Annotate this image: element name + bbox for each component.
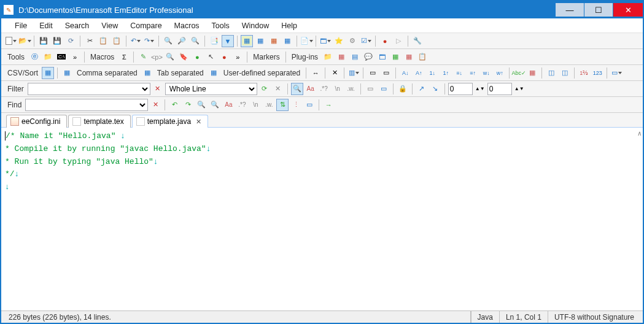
comma-icon[interactable]: ▦ (61, 67, 73, 79)
plugin3-icon[interactable]: ▤ (349, 51, 361, 63)
filter-word-icon[interactable]: .w. (345, 83, 357, 95)
sort-za-icon[interactable]: A↑ (413, 67, 425, 79)
scroll-up-icon[interactable]: ∧ (637, 129, 642, 140)
find-count-icon[interactable]: ⋮ (290, 99, 302, 111)
zoom-in-icon[interactable]: 🔍 (162, 35, 174, 47)
editor-area[interactable]: ∧ /* Name it "Hello.java" ↓ * Compile it… (1, 128, 643, 310)
csv-tool1-icon[interactable]: ↔ (309, 67, 322, 79)
macro-p-icon[interactable]: <p> (150, 51, 163, 63)
save-icon[interactable]: 💾 (37, 35, 50, 47)
help-tool-icon[interactable]: 🔧 (411, 35, 424, 47)
tab-icon[interactable]: ▦ (141, 67, 153, 79)
number-icon[interactable]: 1⅔ (578, 67, 590, 79)
columns-icon[interactable]: ▥ (347, 67, 360, 79)
undo-icon[interactable]: ↶ (130, 35, 142, 47)
find-wrap-icon[interactable]: ⇅ (276, 99, 289, 111)
csv-tool2-icon[interactable]: ✕ (328, 67, 341, 79)
sort-num-desc-icon[interactable]: 1↑ (440, 67, 452, 79)
filter-lock-icon[interactable]: 🔒 (397, 83, 409, 95)
find-regex-icon[interactable]: .*? (236, 99, 248, 111)
filter-close-icon[interactable]: ✕ (152, 83, 164, 95)
filter-scope-select[interactable]: Whole Line (165, 83, 257, 95)
cmd-icon[interactable]: C:\ (55, 51, 68, 63)
filter-above-input[interactable] (448, 83, 473, 95)
view-mode2-icon[interactable]: ▦ (254, 35, 266, 47)
macro-record2-icon[interactable]: ● (218, 51, 230, 63)
filter-toggle-icon[interactable]: ▼ (222, 35, 234, 47)
plugin4-icon[interactable]: 💬 (362, 51, 374, 63)
tab-eeconfig[interactable]: eeConfig.ini (6, 115, 67, 128)
col-left-icon[interactable]: ▭ (367, 67, 379, 79)
filter-bookmark-icon[interactable]: ▭ (378, 83, 390, 95)
menu-window[interactable]: Window (236, 20, 275, 32)
explorer-icon[interactable]: 📁 (42, 51, 54, 63)
csv-normal-icon[interactable]: ▦ (42, 67, 54, 79)
find-prev-icon[interactable]: ↶ (168, 99, 180, 111)
find-highlight-icon[interactable]: 🔍 (195, 99, 208, 111)
bookmark-icon[interactable]: 📑 (208, 35, 220, 47)
minimize-button[interactable]: — (556, 3, 584, 17)
plugin2-icon[interactable]: ▦ (335, 51, 347, 63)
find-escape-icon[interactable]: \n (249, 99, 262, 111)
number2-icon[interactable]: 123 (591, 67, 603, 79)
menu-edit[interactable]: Edit (33, 20, 59, 32)
tab-label[interactable]: Tab separated (155, 69, 206, 77)
dedup-icon[interactable]: ▦ (526, 67, 538, 79)
properties-icon[interactable]: 📄 (300, 35, 312, 47)
col-right-icon[interactable]: ▭ (380, 67, 392, 79)
tab-template-tex[interactable]: template.tex (68, 115, 130, 128)
find-next-icon[interactable]: ↷ (182, 99, 194, 111)
window-icon[interactable]: 🗔 (319, 35, 332, 47)
zoom-out-icon[interactable]: 🔎 (176, 35, 188, 47)
filter-escape-icon[interactable]: \n (332, 83, 344, 95)
find-advanced-icon[interactable]: ▭ (303, 99, 316, 111)
find-input[interactable] (25, 99, 148, 111)
plugin5-icon[interactable]: 🗔 (376, 51, 388, 63)
filter-input[interactable] (28, 83, 150, 95)
sort-num-asc-icon[interactable]: 1↓ (426, 67, 438, 79)
maximize-button[interactable]: ☐ (584, 3, 613, 17)
find-close-icon[interactable]: ✕ (149, 99, 161, 111)
tools-overflow-icon[interactable]: » (69, 51, 81, 63)
sort-az-icon[interactable]: A↓ (399, 67, 411, 79)
view-mode1-icon[interactable]: ▦ (241, 35, 253, 47)
plugin6-icon[interactable]: ▦ (389, 51, 402, 63)
play-macro-icon[interactable]: ▷ (392, 35, 405, 47)
menu-search[interactable]: Search (59, 20, 96, 32)
tab-close-icon[interactable]: ✕ (193, 118, 201, 126)
cut-icon[interactable]: ✂ (83, 35, 96, 47)
macro-search-icon[interactable]: 🔍 (164, 51, 176, 63)
macro-run-icon[interactable]: ● (191, 51, 203, 63)
new-file-icon[interactable] (5, 35, 17, 47)
comma-label[interactable]: Comma separated (74, 69, 140, 77)
status-language[interactable]: Java (471, 311, 499, 323)
macros-overflow-icon[interactable]: » (231, 51, 244, 63)
macro-cursor-icon[interactable]: ↖ (204, 51, 217, 63)
filter-negative-icon[interactable]: ▭ (364, 83, 376, 95)
filter-spin2-icon[interactable]: ▲▼ (513, 83, 526, 95)
status-encoding[interactable]: UTF-8 without Signature (548, 311, 640, 323)
find-case-icon[interactable]: Aa (222, 99, 235, 111)
view-mode4-icon[interactable]: ▦ (281, 35, 293, 47)
view-mode3-icon[interactable]: ▦ (268, 35, 280, 47)
paste-icon[interactable]: 📋 (111, 35, 123, 47)
spell-icon[interactable]: Abc✓ (513, 67, 525, 79)
plugin1-icon[interactable]: 📁 (322, 51, 334, 63)
filter-find-icon[interactable]: 🔍 (291, 83, 303, 95)
user-label[interactable]: User-defined separated (221, 69, 303, 77)
reload-icon[interactable]: ⟳ (64, 35, 77, 47)
filter-refresh-icon[interactable]: ⟳ (258, 83, 271, 95)
heading-icon[interactable]: ▭ (610, 67, 623, 79)
settings-icon[interactable]: ⚙ (346, 35, 359, 47)
sort-word-desc-icon[interactable]: w↑ (494, 67, 506, 79)
record-macro-icon[interactable]: ● (379, 35, 391, 47)
save-all-icon[interactable]: 💾 (51, 35, 63, 47)
menu-compare[interactable]: Compare (124, 20, 168, 32)
filter-clear-icon[interactable]: ✕ (272, 83, 284, 95)
plugin7-icon[interactable]: ▦ (403, 51, 415, 63)
filter-regex-icon[interactable]: .*? (318, 83, 330, 95)
close-button[interactable]: ✕ (613, 3, 643, 17)
tab-template-java[interactable]: template.java ✕ (132, 115, 208, 128)
ie-icon[interactable]: ⓔ (28, 51, 41, 63)
find-replace-icon[interactable]: 🔍 (189, 35, 201, 47)
